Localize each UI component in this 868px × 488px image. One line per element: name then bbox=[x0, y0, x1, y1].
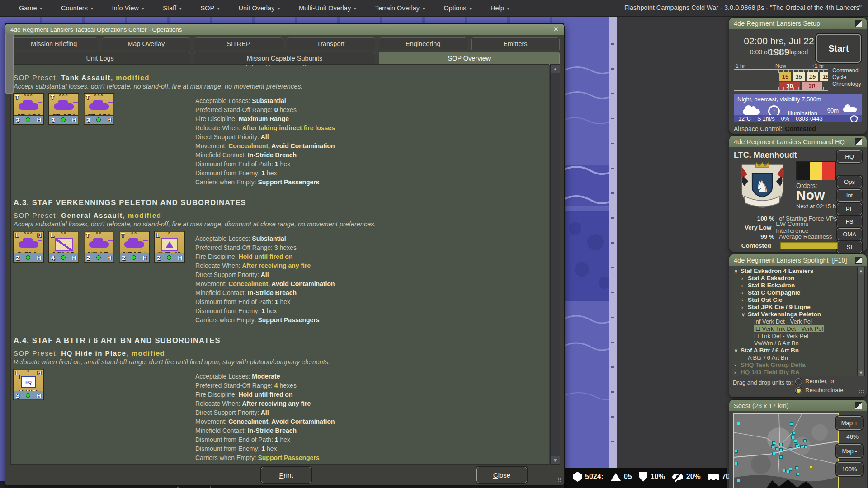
menu-item[interactable]: Options▾ bbox=[444, 5, 472, 12]
scroll-down-arrow[interactable]: ▼ bbox=[858, 370, 864, 376]
menu-item[interactable]: Terrain Overlay▾ bbox=[375, 5, 425, 12]
menu-item[interactable]: Counters▾ bbox=[61, 5, 93, 12]
tree-arrow-icon[interactable]: › bbox=[741, 296, 748, 304]
close-icon[interactable]: ✕ bbox=[553, 25, 559, 33]
menu-item[interactable]: Info View▾ bbox=[112, 5, 144, 12]
tree-arrow-icon[interactable]: › bbox=[741, 275, 748, 282]
tab[interactable]: SOP Overview bbox=[379, 52, 560, 65]
tab[interactable]: Engineering bbox=[379, 37, 467, 50]
start-button[interactable]: Start bbox=[816, 34, 861, 63]
status-value: 5024: bbox=[585, 473, 604, 481]
tree-arrow-icon[interactable]: › bbox=[741, 289, 748, 296]
unit-strength: 2 bbox=[157, 254, 160, 262]
tree-arrow-icon[interactable]: ∨ bbox=[734, 347, 741, 354]
sop-property-row: Carriers when Empty: Support Passengers bbox=[195, 453, 549, 462]
hq-side-button[interactable]: PL bbox=[837, 203, 862, 215]
unit-tree-item[interactable]: Lt Tnk Det - Verk Pel bbox=[732, 333, 864, 340]
tab[interactable]: Mission Briefing bbox=[9, 37, 98, 50]
unit-marker bbox=[803, 439, 807, 442]
unit-tree-item[interactable]: ›Staf B Eskadron bbox=[732, 282, 864, 289]
unit-posture: H bbox=[72, 254, 76, 261]
menu-item[interactable]: SOP▾ bbox=[200, 5, 219, 12]
tab[interactable]: Transport bbox=[287, 37, 375, 50]
sop-property-row: Fire Discipline: Hold until fired on bbox=[195, 252, 549, 261]
close-button[interactable]: Close bbox=[476, 467, 527, 483]
command-cycle-chronology: -1 hr Now +1 hr 15151515 3030 bbox=[734, 63, 828, 91]
hq-side-button[interactable]: OMA bbox=[837, 228, 862, 240]
airspace-label: Airspace Control: bbox=[734, 125, 782, 132]
unit-tree-item[interactable]: ›Staf Ost Cie bbox=[732, 296, 864, 304]
hq-side-button[interactable]: FS bbox=[837, 216, 862, 228]
sop-property-row: Dismount from Enemy: 1 hex bbox=[195, 444, 549, 453]
tree-arrow-icon[interactable]: ∨ bbox=[734, 267, 741, 275]
collapse-icon[interactable] bbox=[855, 257, 862, 264]
preset-modified: , modified bbox=[111, 74, 150, 81]
scrollbar-thumb[interactable] bbox=[5, 34, 14, 94]
print-button[interactable]: Print bbox=[261, 467, 311, 483]
unit-tree-item[interactable]: ∨Staf Eskadron 4 Lansiers bbox=[732, 267, 864, 275]
unit-tree-item[interactable]: A Bttr / 6 Art Bn bbox=[732, 354, 864, 361]
minimap[interactable] bbox=[733, 413, 839, 488]
section-header: A.3. STAF VERKENNINGS PELETON AND SUBORD… bbox=[14, 198, 549, 207]
menu-item[interactable]: Help▾ bbox=[491, 5, 509, 12]
unit-tree-item[interactable]: ›HQ 143 Field Bty RA bbox=[732, 369, 864, 376]
map-zoom-full-button[interactable]: 100% bbox=[836, 462, 863, 476]
unit-tree-item[interactable]: ›SHQ Task Group Delta bbox=[732, 361, 864, 369]
tree-arrow-icon[interactable]: › bbox=[741, 304, 748, 311]
unit-tree-item[interactable]: VwWrn / 6 Art Bn bbox=[732, 340, 864, 347]
panel-title: 4de Regiment Lansiers Command HQ bbox=[734, 138, 845, 145]
tree-arrow-icon[interactable]: › bbox=[734, 369, 741, 376]
menu-item[interactable]: Staff▾ bbox=[163, 5, 181, 12]
map-zoom-out-button[interactable]: Map - bbox=[836, 444, 863, 458]
unit-tree-item[interactable]: ∨Staf A Bttr / 6 Art Bn bbox=[732, 347, 864, 354]
unit-symbol bbox=[124, 241, 144, 248]
tab[interactable]: Unit Logs bbox=[9, 52, 190, 65]
hq-side-button[interactable]: HQ bbox=[837, 150, 862, 163]
unit-tree-item[interactable]: Lt Verk Tnk Det - Verk Pel bbox=[732, 325, 864, 333]
hq-side-button[interactable]: SI bbox=[837, 241, 862, 253]
resize-grip[interactable] bbox=[859, 389, 864, 395]
unit-tree-item[interactable]: Inf Verk Det - Verk Pel bbox=[732, 318, 864, 325]
tab[interactable]: SITREP bbox=[194, 37, 283, 50]
menu-item[interactable]: Game▾ bbox=[19, 5, 42, 12]
chevron-down-icon: ▾ bbox=[142, 6, 144, 11]
chevron-down-icon: ▾ bbox=[423, 6, 425, 11]
unit-tree-item[interactable]: ›Staf A Eskadron bbox=[732, 275, 864, 282]
reorder-radio[interactable] bbox=[795, 378, 802, 385]
tab[interactable]: Mission Capable Subunits bbox=[194, 52, 375, 65]
status-item: 20% bbox=[672, 473, 701, 481]
dialog-title-bar[interactable]: 4de Regiment Lansiers Tactical Operation… bbox=[5, 24, 564, 35]
soest-panel: Soest (23 x 17 km) bbox=[729, 399, 867, 488]
collapse-icon[interactable] bbox=[855, 138, 862, 145]
tree-arrow-icon[interactable]: › bbox=[741, 282, 748, 289]
scroll-up-arrow[interactable]: ▲ bbox=[551, 65, 560, 73]
unit-tree-item[interactable]: ›Staf JPK Cie / 9 Ligne bbox=[732, 304, 864, 311]
scroll-down-arrow[interactable]: ▼ bbox=[551, 456, 560, 464]
contested-bar bbox=[780, 242, 838, 249]
resize-grip[interactable] bbox=[556, 477, 561, 483]
unit-marker bbox=[795, 444, 798, 447]
hq-side-button[interactable]: Int bbox=[837, 189, 862, 202]
tree-arrow-icon[interactable]: › bbox=[734, 361, 741, 369]
tab[interactable]: Map Overlay bbox=[102, 37, 190, 50]
unit-posture: H bbox=[37, 117, 41, 123]
menu-item[interactable]: Multi-Unit Overlay▾ bbox=[299, 5, 356, 12]
tree-arrow-icon[interactable]: ∨ bbox=[741, 311, 748, 318]
menu-item[interactable]: Unit Overlay▾ bbox=[239, 5, 280, 12]
content-scrollbar[interactable]: ▲ ▼ bbox=[550, 64, 560, 465]
chevron-down-icon: ▾ bbox=[354, 6, 356, 11]
game-map[interactable] bbox=[564, 16, 617, 468]
collapse-icon[interactable] bbox=[855, 402, 862, 409]
unit-tree-item[interactable]: ∨Staf Verkennings Peleton bbox=[732, 311, 864, 318]
collapse-icon[interactable] bbox=[855, 20, 862, 27]
svg-text:♞: ♞ bbox=[755, 177, 769, 196]
tree-scrollbar[interactable]: ▲ ▼ bbox=[857, 267, 864, 376]
resubordinate-radio[interactable] bbox=[795, 387, 802, 394]
unit-tree-item[interactable]: ›Staf C Compagnie bbox=[732, 289, 864, 296]
map-zoom-in-button[interactable]: Map + bbox=[836, 416, 863, 430]
scroll-up-arrow[interactable]: ▲ bbox=[858, 267, 864, 274]
hq-side-button[interactable]: Ops bbox=[837, 176, 862, 188]
tab[interactable]: Emitters bbox=[471, 37, 560, 50]
sop-property-row: Direct Support Priority: All bbox=[195, 270, 549, 279]
sop-property-row: Minefield Contact: In-Stride Breach bbox=[195, 426, 549, 435]
